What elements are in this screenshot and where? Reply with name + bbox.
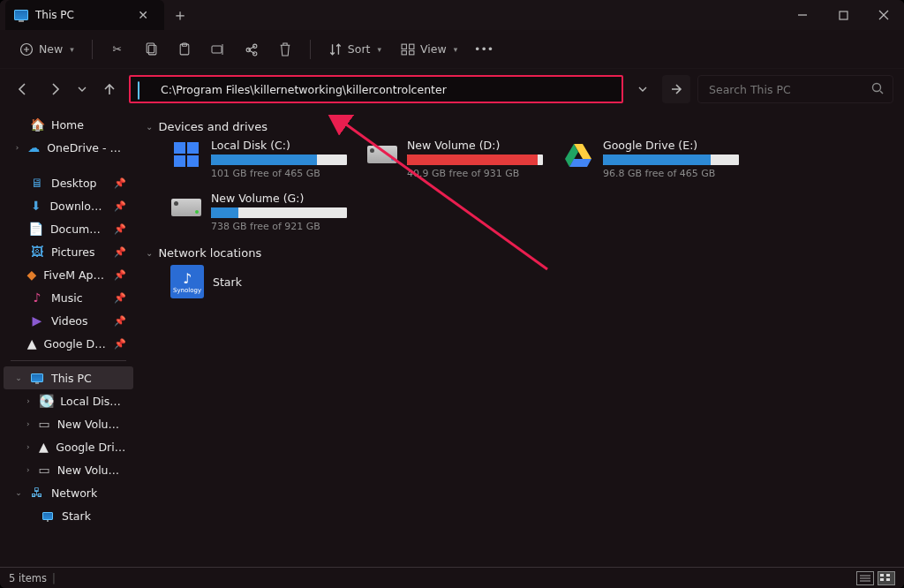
status-item-count: 5 items (9, 572, 47, 584)
sort-label: Sort (348, 42, 371, 56)
sidebar-desktop[interactable]: 🖥Desktop📌 (4, 171, 133, 194)
search-box[interactable] (697, 75, 893, 103)
toolbar: New ▾ ✂ Sort ▾ View ▾ ••• (0, 30, 904, 69)
section-header-devices[interactable]: ⌄ Devices and drives (140, 118, 904, 139)
svg-rect-29 (886, 578, 890, 581)
copy-button[interactable] (137, 37, 165, 62)
chevron-down-icon: ▾ (70, 45, 74, 54)
svg-rect-19 (410, 50, 414, 54)
sidebar-music[interactable]: ♪Music📌 (4, 286, 133, 309)
delete-button[interactable] (271, 37, 299, 62)
chevron-right-icon: › (25, 419, 31, 428)
sidebar-downloads[interactable]: ⬇Downloads📌 (4, 194, 133, 217)
chevron-right-icon: › (25, 442, 31, 451)
pin-icon: 📌 (114, 246, 126, 258)
search-input[interactable] (707, 82, 864, 97)
drive-item[interactable]: Local Disk (C:)101 GB free of 465 GB (170, 139, 347, 179)
new-tab-button[interactable]: ＋ (164, 0, 196, 30)
computer-icon (41, 509, 55, 523)
svg-rect-18 (402, 50, 406, 54)
address-bar[interactable] (129, 75, 623, 103)
recent-button[interactable] (74, 77, 90, 102)
view-menu-button[interactable]: View ▾ (394, 37, 464, 62)
up-button[interactable] (97, 77, 122, 102)
downloads-icon: ⬇ (29, 199, 42, 213)
section-header-network[interactable]: ⌄ Network locations (140, 245, 904, 265)
rename-icon (211, 42, 225, 57)
app-icon: ◆ (27, 268, 37, 282)
svg-point-15 (252, 51, 256, 55)
sidebar-this-pc[interactable]: ⌄ This PC (4, 366, 133, 389)
drive-icon (170, 139, 202, 170)
desktop-icon: 🖥 (30, 176, 44, 190)
drive-item[interactable]: New Volume (D:)40.9 GB free of 931 GB (366, 139, 543, 179)
drive-item[interactable]: Google Drive (E:)96.8 GB free of 465 GB (562, 139, 739, 179)
pin-icon: 📌 (114, 315, 126, 327)
sidebar-drive-c[interactable]: ›💽Local Disk (C:) (4, 389, 133, 412)
chevron-right-icon: › (25, 396, 32, 405)
drive-icon (170, 192, 202, 223)
sidebar-drive-e[interactable]: ›▲Google Drive (E:) (4, 435, 133, 458)
chevron-down-icon: ⌄ (14, 488, 23, 497)
drive-status: 96.8 GB free of 465 GB (603, 168, 739, 179)
svg-point-13 (246, 48, 250, 51)
network-location-item[interactable]: ♪Synology Stark (140, 265, 904, 298)
videos-icon: ▶ (30, 313, 44, 328)
sort-menu-button[interactable]: Sort ▾ (321, 37, 388, 62)
drive-item[interactable]: New Volume (G:)738 GB free of 921 GB (170, 192, 347, 232)
monitor-icon (30, 371, 44, 385)
cut-button[interactable]: ✂ (103, 37, 132, 62)
scissors-icon: ✂ (110, 42, 124, 57)
new-label: New (39, 42, 63, 56)
svg-rect-26 (880, 574, 884, 577)
new-menu-button[interactable]: New ▾ (12, 37, 81, 62)
clipboard-icon (177, 42, 192, 57)
tab-this-pc[interactable]: This PC ✕ (5, 0, 164, 30)
window-controls (782, 0, 904, 30)
maximize-button[interactable] (823, 0, 863, 30)
close-button[interactable] (863, 0, 904, 30)
svg-rect-7 (147, 43, 154, 53)
sidebar-documents[interactable]: 📄Documents📌 (4, 217, 133, 240)
rename-button[interactable] (204, 37, 232, 62)
sidebar-fivem[interactable]: ◆FiveM Application📌 (4, 263, 133, 286)
sidebar-network[interactable]: ⌄ 🖧 Network (4, 481, 133, 504)
sidebar-drive-d[interactable]: ›▭New Volume (D:) (4, 412, 133, 435)
pin-icon: 📌 (114, 223, 126, 235)
share-icon (245, 42, 259, 57)
drive-name: New Volume (G:) (211, 192, 347, 205)
svg-rect-11 (212, 46, 222, 53)
more-menu-button[interactable]: ••• (470, 37, 498, 62)
svg-rect-28 (880, 578, 884, 581)
share-button[interactable] (237, 37, 266, 62)
sidebar-videos[interactable]: ▶Videos📌 (4, 309, 133, 332)
paste-button[interactable] (170, 37, 199, 62)
details-view-toggle[interactable] (856, 571, 874, 585)
pin-icon: 📌 (114, 338, 126, 350)
search-icon (871, 81, 884, 98)
drive-name: Google Drive (E:) (603, 139, 739, 152)
sidebar-home[interactable]: 🏠 Home (4, 113, 133, 136)
sidebar: 🏠 Home › ☁ OneDrive - Personal 🖥Desktop📌… (0, 109, 137, 567)
sidebar-pictures[interactable]: 🖼Pictures📌 (4, 240, 133, 263)
back-button[interactable] (11, 77, 35, 102)
sidebar-drive-g[interactable]: ›▭New Volume (G:) (4, 458, 133, 481)
titlebar: This PC ✕ ＋ (0, 0, 904, 30)
address-history-button[interactable] (630, 77, 655, 102)
drive-icon: 💽 (39, 394, 53, 408)
minimize-button[interactable] (782, 0, 823, 30)
sidebar-onedrive[interactable]: › ☁ OneDrive - Personal (4, 136, 133, 159)
sidebar-gdrive[interactable]: ▲Google Drive (E:)📌 (4, 332, 133, 355)
music-icon: ♪ (30, 290, 44, 305)
view-icon (401, 42, 415, 57)
go-button[interactable] (662, 75, 690, 103)
drive-name: New Volume (D:) (407, 139, 543, 152)
svg-rect-8 (148, 45, 156, 55)
chevron-down-icon: ▾ (377, 45, 381, 54)
sidebar-network-stark[interactable]: Stark (4, 504, 133, 527)
forward-button[interactable] (42, 77, 67, 102)
gdrive-icon: ▲ (38, 440, 49, 454)
close-tab-button[interactable]: ✕ (134, 6, 152, 24)
address-input[interactable] (159, 82, 614, 97)
tiles-view-toggle[interactable] (878, 571, 895, 585)
